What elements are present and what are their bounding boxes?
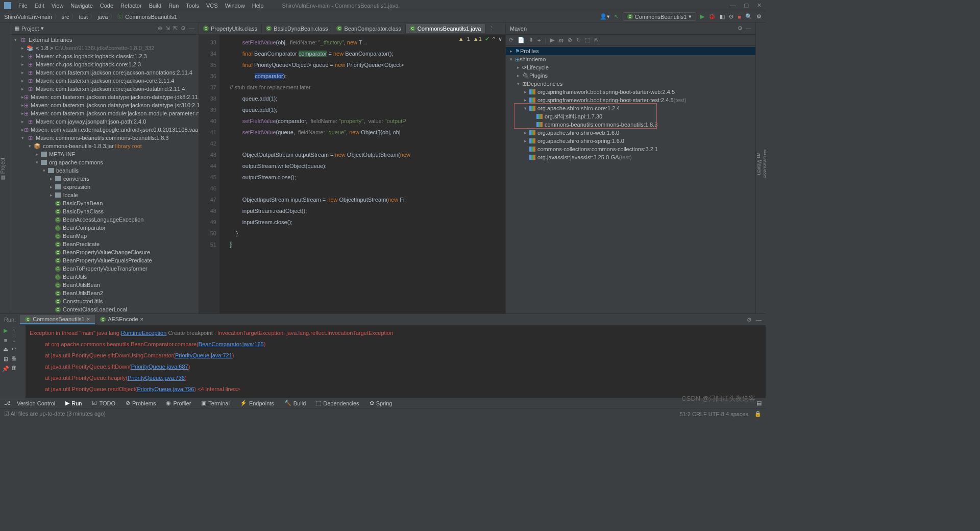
run-config-selector[interactable]: CCommonsBeanutils1▾ [623,12,697,21]
reload-icon[interactable]: ⟳ [509,37,513,43]
code-editor[interactable]: ▲1 ▲1 ✔^∨ 333435363738394041424344454647… [199,35,505,313]
clear-icon[interactable]: 🗑 [11,365,17,371]
btab-deps[interactable]: ⬚ Dependencies [312,399,363,407]
exit-icon[interactable]: ⏏ [3,346,8,353]
menu-vcs[interactable]: VCS [203,2,221,10]
menu-code[interactable]: Code [97,2,116,10]
up-icon[interactable]: ↑ [13,327,16,333]
download-icon[interactable]: ⬇ [529,37,533,43]
breadcrumb-test[interactable]: test [79,14,88,20]
run-hide-icon[interactable]: — [756,317,762,323]
btab-build[interactable]: 🔨 Build [280,399,310,407]
menu-refactor[interactable]: Refactor [117,2,145,10]
tab-list-icon[interactable]: ⋮ [488,25,494,32]
skip-tests-icon[interactable]: ↻ [576,37,581,43]
btab-todo[interactable]: ☑ TODO [88,399,119,407]
editor-area: CPropertyUtils.class CBasicDynaBean.clas… [199,22,505,313]
maven-settings-icon[interactable]: ⚙ [738,25,743,32]
menu-window[interactable]: Window [222,2,248,10]
code-content[interactable]: setFieldValue(obj, fieldName: "_tfactory… [219,35,505,313]
show-deps-icon[interactable]: ⬚ [585,37,590,43]
settings-icon[interactable]: ⚙ [181,25,186,32]
expand-all-icon[interactable]: ⇲ [165,25,170,32]
debug-button[interactable]: 🐞 [708,13,716,20]
stop-button[interactable]: ■ [738,14,741,20]
status-bar: ☑ All files are up-to-date (3 minutes ag… [0,408,766,419]
back-icon[interactable]: ↖ [614,13,619,20]
stop-icon[interactable]: ■ [4,337,8,343]
execute-icon[interactable]: m [558,37,564,43]
status-right: 51:2 CRLF UTF-8 4 spaces [680,411,749,417]
btab-endpoints[interactable]: ⚡ Endpoints [236,399,278,407]
coverage-button[interactable]: ◧ [720,13,725,20]
print-icon[interactable]: 🖶 [11,355,17,361]
breadcrumb-root[interactable]: ShiroVulnEnv-main [4,14,52,20]
btab-vcs[interactable]: Version Control [13,399,59,407]
menu-help[interactable]: Help [249,2,267,10]
btab-terminal[interactable]: ▣ Terminal [197,399,234,407]
tab-commonsbeanutils1[interactable]: CCommonsBeanutils1.java [406,24,486,33]
menu-file[interactable]: File [15,2,31,10]
project-stripe-button[interactable]: ▦ Project [0,158,6,181]
pin-icon[interactable]: 📌 [2,366,9,372]
maven-tree[interactable]: ▸⚑ Profiles▾⊞ shirodemo▸⟳ Lifecycle▸🔌 Pl… [506,46,755,313]
maximize-icon[interactable]: ▢ [744,2,749,9]
inspection-widget[interactable]: ▲1 ▲1 ✔^∨ [458,36,502,42]
toggle-offline-icon[interactable]: ⊘ [568,37,572,43]
lock-icon[interactable]: 🔒 [754,411,762,417]
window-controls: — ▢ ✕ [730,2,762,9]
down-icon[interactable]: ↓ [13,336,16,343]
profile-button[interactable]: ⊙ [729,13,733,20]
run-maven-icon[interactable]: ▶ [550,37,554,43]
menu-navigate[interactable]: Navigate [67,2,95,10]
run-settings-icon[interactable]: ⚙ [747,317,752,323]
close-icon[interactable]: ✕ [757,2,762,9]
add-icon[interactable]: + [537,37,541,43]
select-opened-icon[interactable]: ⊚ [158,25,162,32]
menu-edit[interactable]: Edit [32,2,47,10]
settings-icon[interactable]: ⚙ [756,13,762,20]
menu-build[interactable]: Build [146,2,164,10]
main-menu: File Edit View Navigate Code Refactor Bu… [15,2,266,10]
generate-icon[interactable]: 📄 [518,37,525,43]
menu-view[interactable]: View [48,2,67,10]
tab-beancomparator[interactable]: CBeanComparator.class [332,24,405,33]
btab-spring[interactable]: ✿ Spring [365,399,397,407]
tab-propertyutils[interactable]: CPropertyUtils.class [199,24,262,33]
project-tree[interactable]: ▾⊞External Libraries▸📚< 1.8 > C:\Users\9… [10,35,199,313]
layout-icon[interactable]: ⊞ [4,356,8,363]
breadcrumb-file[interactable]: CommonsBeanutils1 [125,14,177,20]
menu-run[interactable]: Run [165,2,182,10]
btab-problems[interactable]: ⊘ Problems [121,399,160,407]
run-gutter: ▶ ■ ⏏ ⊞ 📌 ↑ ↓ ↩ 🖶 🗑 [0,325,26,398]
maven-hide-icon[interactable]: — [746,25,751,32]
user-icon[interactable]: 👤▾ [600,13,610,20]
btab-run[interactable]: ▶ Run [61,399,86,407]
project-view-selector[interactable]: ▦ Project ▾ [14,25,44,32]
rerun-icon[interactable]: ▶ [4,327,8,334]
run-tab-cb1[interactable]: CCommonsBeanutils1 × [20,315,95,324]
tab-basicdynabean[interactable]: CBasicDynaBean.class [262,24,332,33]
menu-tools[interactable]: Tools [183,2,202,10]
collapse-icon[interactable]: ⇱ [594,37,599,43]
vcs-icon[interactable]: ⎇ [4,400,11,406]
breadcrumb-java[interactable]: java [97,14,108,20]
search-icon[interactable]: 🔍 [745,13,752,20]
wrap-icon[interactable]: ↩ [12,346,16,352]
collapse-all-icon[interactable]: ⇱ [173,25,178,32]
status-msg: ☑ All files are up-to-date (3 minutes ag… [4,411,106,417]
maven-stripe-button[interactable]: m Maven [756,153,762,175]
btab-profiler[interactable]: ◉ Profiler [162,399,195,407]
event-log-icon[interactable]: ▤ [756,400,762,406]
run-tab-aes[interactable]: CAESEncode × [95,315,149,324]
editor-tabs: CPropertyUtils.class CBasicDynaBean.clas… [199,22,505,35]
hide-icon[interactable]: — [189,25,194,32]
console-output[interactable]: Exception in thread "main" java.lang.Run… [26,325,766,398]
breadcrumb-src[interactable]: src [62,14,69,20]
minimize-icon[interactable]: — [730,2,736,9]
titlebar: File Edit View Navigate Code Refactor Bu… [0,0,766,11]
database-stripe-button[interactable]: 🗄 Database [762,150,766,178]
run-button[interactable]: ▶ [700,13,704,20]
run-tool-window: Run: CCommonsBeanutils1 × CAESEncode × ⚙… [0,313,766,398]
maven-title: Maven [510,26,527,32]
